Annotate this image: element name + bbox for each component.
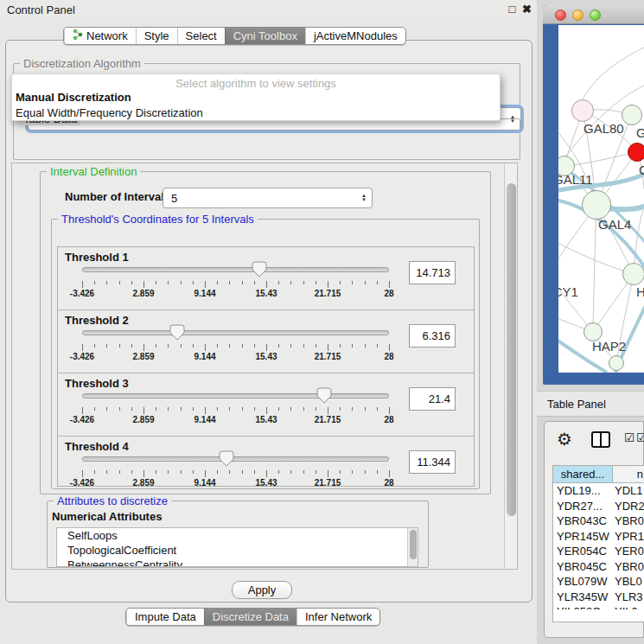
table-row[interactable]: YBR045C YBR0	[553, 559, 644, 575]
table-row[interactable]: YDL19... YDL1	[553, 483, 644, 499]
network-node[interactable]	[622, 263, 644, 285]
table-row[interactable]: YLR345W YLR3	[553, 590, 644, 605]
number-of-intervals-combobox[interactable]: 5 ▲▼	[163, 188, 373, 208]
table-cell: YBR0	[615, 513, 644, 529]
cyni-mode-tab[interactable]: Discretize Data	[204, 609, 296, 625]
table-cell: YLR345W	[553, 590, 615, 605]
control-panel-tab[interactable]: Cyni Toolbox	[225, 28, 305, 44]
network-node[interactable]	[582, 190, 611, 220]
slider-track[interactable]	[82, 267, 389, 272]
checkbox-icon[interactable]: ☑	[624, 430, 635, 444]
control-panel-tab-bar: Network Style Select Cyni Toolbox jActiv…	[63, 27, 406, 45]
network-canvas[interactable]: GAL80GACGAL11GAL4GCY1HHAP2	[558, 25, 644, 373]
slider-tick	[328, 344, 328, 351]
threshold-slider[interactable]	[82, 324, 389, 345]
minimize-traffic-light-icon[interactable]	[572, 10, 583, 21]
slider-tick	[316, 344, 316, 348]
control-panel-titlebar: Control Panel □ ✖	[0, 0, 537, 19]
algorithm-option[interactable]: Manual Discretization	[12, 90, 500, 105]
slider-tick	[217, 470, 218, 474]
threshold-value-field[interactable]: 11.344	[409, 450, 456, 474]
table-row[interactable]: YIL052C YIL0	[553, 604, 644, 609]
threshold-slider[interactable]	[82, 450, 389, 471]
slider-tick	[290, 281, 291, 284]
control-panel-tab[interactable]: Network	[64, 28, 136, 44]
control-panel-tab[interactable]: Select	[177, 28, 225, 44]
slider-tick	[389, 281, 390, 288]
table-cell: YBL0	[615, 574, 644, 590]
slider-tick	[168, 281, 169, 284]
slider-tick	[205, 407, 206, 414]
table-row[interactable]: YBR043C YBR0	[553, 513, 644, 529]
close-traffic-light-icon[interactable]	[555, 10, 566, 21]
slider-scale-label: 21.715	[315, 415, 341, 424]
slider-thumb[interactable]	[169, 324, 185, 341]
gear-icon[interactable]: ⚙	[557, 429, 572, 450]
threshold-value-field[interactable]: 21.4	[409, 387, 456, 411]
close-window-icon[interactable]: ✖	[520, 3, 533, 16]
table-row[interactable]: YPR145W YPR1	[553, 529, 644, 545]
network-node[interactable]	[571, 99, 594, 122]
cyni-mode-tab[interactable]: Infer Network	[296, 609, 379, 625]
slider-tick	[377, 344, 378, 348]
slider-tick	[82, 470, 83, 477]
column-header-shared-name[interactable]: shared...	[553, 466, 613, 482]
threshold-row: Threshold 4 -3.4262.8599.14415.4321.7152…	[58, 437, 474, 487]
settings-vertical-scrollbar[interactable]	[504, 163, 518, 569]
column-header-name[interactable]: n	[613, 466, 644, 482]
slider-tick	[278, 470, 279, 474]
slider-tick	[242, 344, 243, 348]
slider-track[interactable]	[82, 393, 389, 399]
threshold-slider[interactable]	[82, 261, 389, 282]
thresholds-group: Threshold's Coordinates for 5 Intervals …	[51, 219, 480, 489]
control-panel-tab[interactable]: Style	[136, 28, 177, 44]
threshold-value-field[interactable]: 14.713	[409, 261, 456, 284]
slider-track[interactable]	[82, 330, 389, 335]
network-node[interactable]	[622, 105, 642, 125]
slider-tick	[119, 344, 120, 348]
slider-tick	[217, 407, 218, 411]
control-panel-tab[interactable]: jActiveMNodules	[305, 28, 405, 44]
slider-tick	[131, 470, 132, 474]
attributes-list-scrollbar[interactable]	[407, 528, 418, 566]
slider-tick	[365, 281, 366, 284]
attribute-list-item[interactable]: BetweennessCentrality	[57, 558, 418, 567]
slider-tick	[242, 281, 243, 284]
attributes-group: Attributes to discretize Numerical Attri…	[47, 501, 429, 568]
interval-definition-group-title: Interval Definition	[47, 165, 140, 178]
table-row[interactable]: YBL079W YBL0	[553, 574, 644, 590]
slider-tick	[328, 407, 328, 414]
network-node[interactable]	[628, 143, 644, 162]
slider-tick	[168, 407, 169, 411]
attribute-list-item[interactable]: SelfLoops	[57, 528, 418, 543]
slider-tick	[254, 407, 255, 411]
slider-tick	[340, 407, 341, 411]
split-columns-icon[interactable]	[591, 431, 610, 448]
slider-track[interactable]	[82, 456, 389, 462]
slider-thumb[interactable]	[316, 387, 332, 404]
slider-thumb[interactable]	[219, 450, 234, 467]
checkbox-icon[interactable]: ☑	[636, 430, 644, 444]
threshold-slider[interactable]	[82, 387, 389, 408]
slider-scale-label: 21.715	[315, 289, 341, 298]
network-node[interactable]	[609, 355, 624, 371]
zoom-traffic-light-icon[interactable]	[590, 10, 601, 21]
float-window-icon[interactable]: □	[506, 3, 519, 16]
slider-tick	[377, 281, 378, 284]
table-row[interactable]: YDR27... YDR2	[553, 499, 644, 514]
table-row[interactable]: YER054C YER0	[553, 544, 644, 559]
slider-scale-label: 15.43	[255, 289, 277, 298]
algorithm-option[interactable]: Equal Width/Frequency Discretization	[12, 105, 500, 121]
slider-tick	[290, 407, 291, 411]
apply-button[interactable]: Apply	[232, 581, 292, 599]
slider-tick	[82, 281, 83, 288]
cyni-mode-tab[interactable]: Impute Data	[126, 609, 204, 625]
threshold-value-field[interactable]: 6.316	[409, 324, 456, 348]
slider-tick	[94, 344, 95, 348]
attribute-list-item[interactable]: TopologicalCoefficient	[57, 543, 418, 558]
slider-tick	[352, 344, 353, 348]
slider-tick	[106, 407, 107, 411]
slider-tick	[328, 470, 328, 477]
slider-thumb[interactable]	[252, 261, 267, 277]
network-node-label: GCY1	[558, 284, 578, 299]
